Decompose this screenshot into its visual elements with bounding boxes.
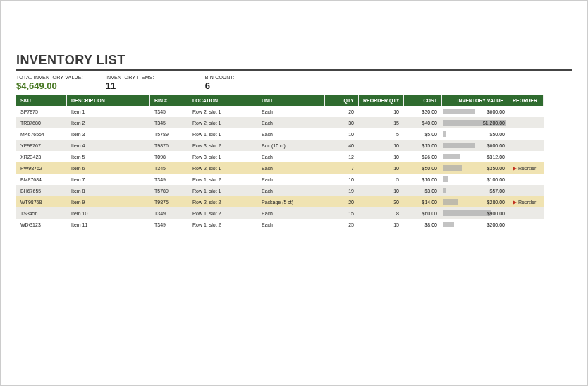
cell-sku[interactable]: WT98768 xyxy=(16,196,67,207)
cell-reorder-qty[interactable]: 10 xyxy=(359,185,404,196)
cell-reorder-qty[interactable]: 15 xyxy=(359,117,404,128)
cell-qty[interactable]: 12 xyxy=(325,151,359,162)
cell-cost[interactable]: $15.00 xyxy=(404,140,442,151)
cell-unit[interactable]: Box (10 ct) xyxy=(257,140,325,151)
cell-qty[interactable]: 7 xyxy=(325,162,359,174)
cell-sku[interactable]: TR87680 xyxy=(16,117,67,128)
col-cost[interactable]: COST xyxy=(404,95,442,106)
cell-reorder-qty[interactable]: 8 xyxy=(359,207,404,219)
cell-reorder-qty[interactable]: 10 xyxy=(359,140,404,151)
cell-qty[interactable]: 25 xyxy=(325,219,359,230)
cell-reorder[interactable] xyxy=(508,174,544,185)
cell-reorder[interactable] xyxy=(508,185,544,196)
cell-qty[interactable]: 19 xyxy=(325,185,359,196)
col-qty[interactable]: QTY xyxy=(325,95,359,106)
col-bin[interactable]: BIN # xyxy=(150,95,188,106)
cell-cost[interactable]: $40.00 xyxy=(404,117,442,128)
cell-inv-value[interactable]: $100.00 xyxy=(442,174,508,185)
cell-bin[interactable]: T5789 xyxy=(150,128,188,140)
cell-qty[interactable]: 30 xyxy=(325,117,359,128)
cell-sku[interactable]: XR23423 xyxy=(16,151,67,162)
cell-location[interactable]: Row 1, slot 2 xyxy=(188,219,257,230)
col-description[interactable]: DESCRIPTION xyxy=(67,95,150,106)
cell-cost[interactable]: $14.00 xyxy=(404,196,442,207)
cell-description[interactable]: Item 2 xyxy=(67,117,150,128)
cell-bin[interactable]: T345 xyxy=(150,117,188,128)
cell-inv-value[interactable]: $280.00 xyxy=(442,196,508,207)
cell-cost[interactable]: $26.00 xyxy=(404,151,442,162)
cell-location[interactable]: Row 2, slot 2 xyxy=(188,196,257,207)
cell-sku[interactable]: TS3456 xyxy=(16,207,67,219)
cell-bin[interactable]: T349 xyxy=(150,219,188,230)
cell-cost[interactable]: $8.00 xyxy=(404,219,442,230)
cell-inv-value[interactable]: $312.00 xyxy=(442,151,508,162)
cell-sku[interactable]: SP7875 xyxy=(16,106,67,117)
cell-inv-value[interactable]: $57.00 xyxy=(442,185,508,196)
cell-inv-value[interactable]: $200.00 xyxy=(442,219,508,230)
cell-reorder-qty[interactable]: 5 xyxy=(359,128,404,140)
cell-unit[interactable]: Each xyxy=(257,174,325,185)
cell-qty[interactable]: 10 xyxy=(325,128,359,140)
cell-sku[interactable]: PW98762 xyxy=(16,162,67,174)
col-location[interactable]: LOCATION xyxy=(188,95,257,106)
cell-reorder[interactable] xyxy=(508,128,544,140)
cell-sku[interactable]: BM87684 xyxy=(16,174,67,185)
cell-description[interactable]: Item 6 xyxy=(67,162,150,174)
cell-description[interactable]: Item 9 xyxy=(67,196,150,207)
cell-reorder-qty[interactable]: 10 xyxy=(359,151,404,162)
cell-reorder[interactable]: Reorder xyxy=(508,162,544,174)
cell-description[interactable]: Item 1 xyxy=(67,106,150,117)
cell-bin[interactable]: T098 xyxy=(150,151,188,162)
cell-reorder[interactable] xyxy=(508,106,544,117)
cell-description[interactable]: Item 11 xyxy=(67,219,150,230)
cell-location[interactable]: Row 1, slot 2 xyxy=(188,174,257,185)
col-unit[interactable]: UNIT xyxy=(257,95,325,106)
cell-unit[interactable]: Each xyxy=(257,219,325,230)
cell-description[interactable]: Item 10 xyxy=(67,207,150,219)
cell-unit[interactable]: Each xyxy=(257,207,325,219)
cell-location[interactable]: Row 1, slot 1 xyxy=(188,185,257,196)
cell-reorder-qty[interactable]: 15 xyxy=(359,219,404,230)
cell-cost[interactable]: $5.00 xyxy=(404,128,442,140)
cell-cost[interactable]: $10.00 xyxy=(404,174,442,185)
cell-unit[interactable]: Package (5 ct) xyxy=(257,196,325,207)
cell-description[interactable]: Item 8 xyxy=(67,185,150,196)
cell-unit[interactable]: Each xyxy=(257,151,325,162)
cell-sku[interactable]: WDG123 xyxy=(16,219,67,230)
cell-cost[interactable]: $30.00 xyxy=(404,106,442,117)
cell-reorder[interactable] xyxy=(508,219,544,230)
cell-qty[interactable]: 20 xyxy=(325,106,359,117)
cell-location[interactable]: Row 2, slot 1 xyxy=(188,106,257,117)
cell-bin[interactable]: T9875 xyxy=(150,196,188,207)
cell-description[interactable]: Item 7 xyxy=(67,174,150,185)
cell-reorder-qty[interactable]: 10 xyxy=(359,162,404,174)
cell-inv-value[interactable]: $600.00 xyxy=(442,106,508,117)
cell-location[interactable]: Row 2, slot 1 xyxy=(188,117,257,128)
cell-bin[interactable]: T345 xyxy=(150,162,188,174)
cell-inv-value[interactable]: $900.00 xyxy=(442,207,508,219)
cell-unit[interactable]: Each xyxy=(257,185,325,196)
cell-inv-value[interactable]: $350.00 xyxy=(442,162,508,174)
cell-reorder-qty[interactable]: 30 xyxy=(359,196,404,207)
cell-location[interactable]: Row 2, slot 1 xyxy=(188,162,257,174)
cell-reorder[interactable] xyxy=(508,207,544,219)
cell-bin[interactable]: T349 xyxy=(150,207,188,219)
cell-reorder-qty[interactable]: 5 xyxy=(359,174,404,185)
cell-bin[interactable]: T349 xyxy=(150,174,188,185)
cell-qty[interactable]: 40 xyxy=(325,140,359,151)
cell-sku[interactable]: BH67655 xyxy=(16,185,67,196)
col-reorder-qty[interactable]: REORDER QTY xyxy=(359,95,404,106)
cell-location[interactable]: Row 1, slot 2 xyxy=(188,207,257,219)
cell-location[interactable]: Row 3, slot 1 xyxy=(188,151,257,162)
cell-reorder[interactable] xyxy=(508,151,544,162)
cell-reorder[interactable] xyxy=(508,140,544,151)
col-sku[interactable]: SKU xyxy=(16,95,67,106)
cell-location[interactable]: Row 1, slot 1 xyxy=(188,128,257,140)
cell-reorder-qty[interactable]: 10 xyxy=(359,106,404,117)
cell-cost[interactable]: $3.00 xyxy=(404,185,442,196)
cell-description[interactable]: Item 4 xyxy=(67,140,150,151)
cell-inv-value[interactable]: $600.00 xyxy=(442,140,508,151)
cell-location[interactable]: Row 3, slot 2 xyxy=(188,140,257,151)
cell-unit[interactable]: Each xyxy=(257,162,325,174)
cell-description[interactable]: Item 5 xyxy=(67,151,150,162)
